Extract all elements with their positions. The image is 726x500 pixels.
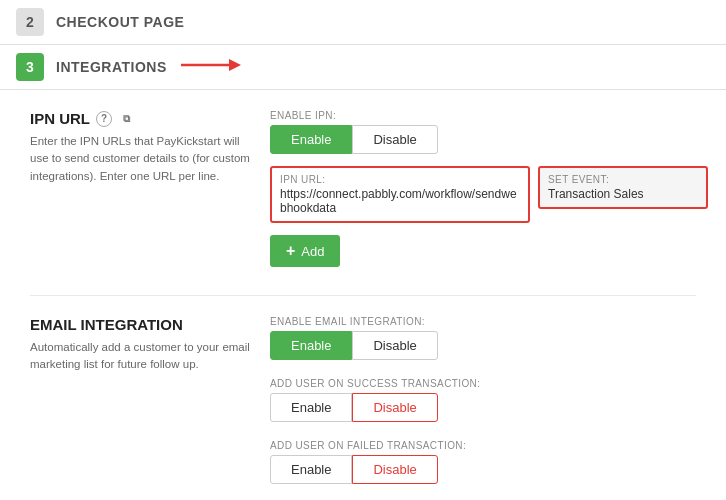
ipn-enable-button[interactable]: Enable	[270, 125, 352, 154]
email-label-area: EMAIL INTEGRATION Automatically add a cu…	[30, 316, 270, 374]
add-ipn-button[interactable]: + Add	[270, 235, 340, 267]
ipn-url-row: IPN URL: https://connect.pabbly.com/work…	[270, 166, 708, 223]
email-disable-button[interactable]: Disable	[352, 331, 437, 360]
success-enable-button[interactable]: Enable	[270, 393, 352, 422]
enable-ipn-label: ENABLE IPN:	[270, 110, 708, 121]
email-enable-button[interactable]: Enable	[270, 331, 352, 360]
step-2-header: 2 CHECKOUT PAGE	[0, 0, 726, 45]
ipn-toggle-group: Enable Disable	[270, 125, 708, 154]
step-3-header: 3 INTEGRATIONS	[0, 45, 726, 90]
ipn-copy-icon[interactable]: ⧉	[118, 111, 134, 127]
step-2-title: CHECKOUT PAGE	[56, 14, 184, 30]
ipn-title: IPN URL ? ⧉	[30, 110, 250, 127]
step-2-number: 2	[16, 8, 44, 36]
plus-icon: +	[286, 242, 295, 260]
ipn-controls: ENABLE IPN: Enable Disable IPN URL: http…	[270, 110, 708, 267]
step-3-title: INTEGRATIONS	[56, 59, 167, 75]
ipn-url-field: IPN URL: https://connect.pabbly.com/work…	[270, 166, 530, 223]
ipn-url-label: IPN URL:	[280, 174, 520, 185]
enable-email-label: ENABLE EMAIL INTEGRATION:	[270, 316, 696, 327]
section-divider	[30, 295, 696, 296]
email-title: EMAIL INTEGRATION	[30, 316, 250, 333]
set-event-value[interactable]: Transaction Sales	[548, 187, 698, 201]
email-section: EMAIL INTEGRATION Automatically add a cu…	[30, 316, 696, 500]
failed-toggle-group: Enable Disable	[270, 455, 696, 484]
success-toggle-group: Enable Disable	[270, 393, 696, 422]
success-disable-button[interactable]: Disable	[352, 393, 437, 422]
email-toggle-group: Enable Disable	[270, 331, 696, 360]
failed-disable-button[interactable]: Disable	[352, 455, 437, 484]
set-event-field: SET EVENT: Transaction Sales	[538, 166, 708, 209]
email-description: Automatically add a customer to your ema…	[30, 339, 250, 374]
ipn-section: IPN URL ? ⧉ Enter the IPN URLs that PayK…	[30, 110, 696, 267]
set-event-label: SET EVENT:	[548, 174, 698, 185]
svg-marker-1	[229, 59, 241, 71]
step-3-number: 3	[16, 53, 44, 81]
failed-enable-button[interactable]: Enable	[270, 455, 352, 484]
ipn-help-icon[interactable]: ?	[96, 111, 112, 127]
ipn-label-area: IPN URL ? ⧉ Enter the IPN URLs that PayK…	[30, 110, 270, 185]
integrations-arrow	[181, 56, 241, 79]
success-label: ADD USER ON SUCCESS TRANSACTION:	[270, 378, 696, 389]
email-controls: ENABLE EMAIL INTEGRATION: Enable Disable…	[270, 316, 696, 500]
ipn-url-value[interactable]: https://connect.pabbly.com/workflow/send…	[280, 187, 520, 215]
ipn-description: Enter the IPN URLs that PayKickstart wil…	[30, 133, 250, 185]
failed-label: ADD USER ON FAILED TRANSACTION:	[270, 440, 696, 451]
content-area: IPN URL ? ⧉ Enter the IPN URLs that PayK…	[0, 90, 726, 500]
ipn-disable-button[interactable]: Disable	[352, 125, 437, 154]
